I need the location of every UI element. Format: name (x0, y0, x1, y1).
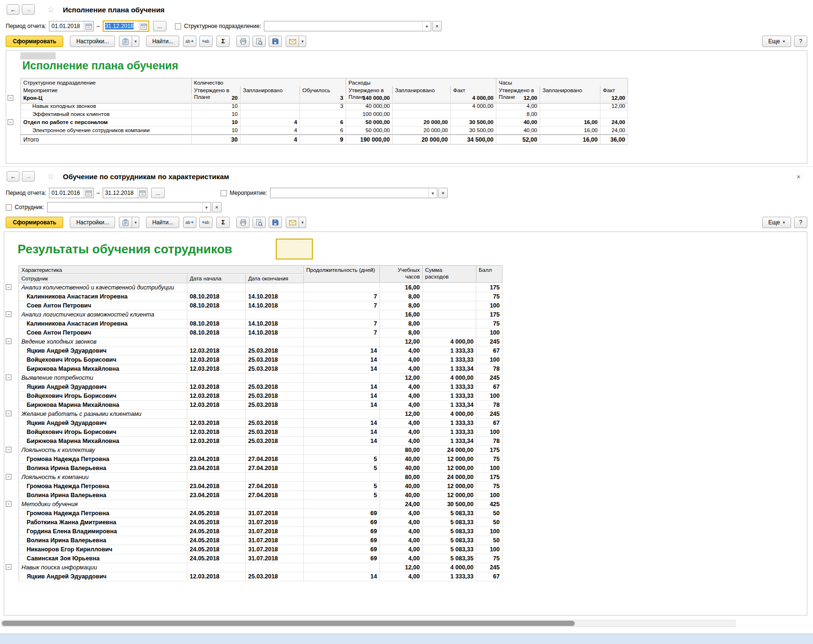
copy-dropdown-icon[interactable]: ▾ (132, 217, 139, 228)
results-table-row[interactable]: Никаноров Егор Кириллович24.05.201831.07… (4, 545, 807, 554)
event-combobox-value[interactable] (271, 188, 428, 198)
send-email-button[interactable] (286, 217, 299, 228)
date-to-value[interactable]: 31.12.2018 (105, 23, 134, 29)
results-table-row[interactable]: Бирюкова Марина Михайловна12.03.201825.0… (4, 437, 807, 446)
collapse-toggle-icon[interactable]: − (6, 501, 11, 507)
results-table-row[interactable]: Войцехович Игорь Борисович12.03.201825.0… (4, 356, 807, 365)
results-table-row[interactable]: −Желание работать с разными клиентами12,… (4, 410, 807, 419)
back-button[interactable]: ← (7, 171, 19, 182)
employee-combobox-value[interactable] (48, 202, 202, 212)
collapse-toggle-icon[interactable]: − (6, 411, 11, 416)
date-to-field[interactable] (103, 188, 147, 198)
collapse-toggle-icon[interactable]: − (6, 564, 11, 570)
print-preview-button[interactable] (252, 36, 266, 47)
results-table-row[interactable]: Работкина Жанна Дмитриевна24.05.201831.0… (4, 518, 807, 527)
copy-result-button[interactable] (119, 217, 132, 228)
results-table-row[interactable]: Бирюкова Марина Михайловна12.03.201825.0… (4, 365, 807, 374)
selected-cell[interactable] (276, 239, 313, 260)
find-previous-button[interactable]: ab (199, 36, 213, 47)
chevron-down-icon[interactable]: ▾ (428, 188, 437, 198)
department-clear-button[interactable]: × (432, 21, 442, 31)
event-checkbox[interactable] (221, 190, 227, 196)
collapse-toggle-icon[interactable]: − (6, 338, 11, 344)
results-table-row[interactable]: Гордина Елена Владимировна24.05.201831.0… (4, 527, 807, 536)
employee-checkbox[interactable] (6, 204, 12, 211)
results-table-row[interactable]: Волина Ирина Валерьевна23.04.201827.04.2… (4, 464, 807, 473)
results-table-row[interactable]: −Лояльность к коллективу80,0024 000,0017… (4, 446, 807, 455)
department-checkbox[interactable] (175, 23, 181, 29)
favorite-star-icon[interactable]: ☆ (47, 172, 54, 182)
copy-dropdown-icon[interactable]: ▾ (132, 36, 139, 47)
results-table-row[interactable]: Войцехович Игорь Борисович12.03.201825.0… (4, 428, 807, 437)
results-table-row[interactable]: Соев Антон Петрович08.10.201814.10.20187… (4, 301, 807, 310)
results-table-row[interactable]: Савинская Зоя Юрьевна24.05.201831.07.201… (4, 554, 807, 563)
results-table-row[interactable]: Войцехович Игорь Борисович12.03.201825.0… (4, 392, 807, 401)
date-to-field[interactable]: 31.12.2018 (103, 20, 149, 32)
collapse-toggle-icon[interactable]: − (8, 119, 13, 125)
scrollbar-thumb[interactable] (2, 621, 575, 626)
results-table-row[interactable]: −Навык поиска информации12,004 000,00245 (4, 563, 807, 572)
results-table-row[interactable]: Яцкив Андрей Эдуардович12.03.201825.03.2… (4, 572, 807, 581)
save-button[interactable] (269, 36, 282, 47)
results-table-row[interactable]: Волина Ирина Валерьевна24.05.201831.07.2… (4, 536, 807, 545)
event-combobox[interactable]: ▾ (270, 188, 437, 198)
date-to-input[interactable] (103, 190, 137, 196)
plan-table-row[interactable]: −Крон-Ц203140 000,004 000,0012,0012,00 (6, 94, 807, 102)
collapse-toggle-icon[interactable]: − (6, 311, 11, 317)
collapse-toggle-icon[interactable]: − (6, 375, 11, 380)
favorite-star-icon[interactable]: ☆ (47, 5, 54, 15)
employee-checkbox-label[interactable]: Сотрудник: (15, 204, 44, 211)
calendar-icon[interactable] (84, 188, 93, 198)
date-from-input[interactable] (49, 190, 84, 196)
calendar-icon[interactable] (139, 21, 148, 31)
date-from-input[interactable] (49, 23, 84, 29)
print-button[interactable] (236, 36, 250, 47)
find-next-button[interactable]: ab (183, 217, 196, 228)
results-table-row[interactable]: Громова Надежда Петровна23.04.201827.04.… (4, 482, 807, 491)
event-checkbox-label[interactable]: Мероприятие: (230, 190, 267, 196)
save-button[interactable] (269, 217, 282, 228)
collapse-toggle-icon[interactable]: − (8, 95, 13, 101)
chevron-down-icon[interactable]: ▾ (202, 202, 211, 212)
generate-button[interactable]: Сформировать (6, 217, 63, 228)
generate-button[interactable]: Сформировать (6, 36, 63, 47)
email-dropdown-icon[interactable]: ▾ (299, 217, 306, 228)
plan-table-row[interactable]: Навык холодных звонков10340 000,004 000,… (6, 102, 807, 110)
employee-clear-button[interactable]: × (212, 202, 222, 212)
date-from-field[interactable] (49, 21, 94, 31)
results-table-row[interactable]: −Выявление потребности12,004 000,00245 (4, 374, 807, 383)
results-table-row[interactable]: Калинникова Анастасия Игоревна08.10.2018… (4, 319, 807, 328)
collapse-toggle-icon[interactable]: − (6, 284, 11, 290)
calendar-icon[interactable] (84, 21, 93, 31)
back-button[interactable]: ← (7, 4, 19, 15)
results-table-row[interactable]: Бирюкова Марина Михайловна12.03.201825.0… (4, 401, 807, 410)
results-table-row[interactable]: −Анализ количественной и качественной ди… (4, 283, 807, 292)
email-dropdown-icon[interactable]: ▾ (299, 36, 306, 47)
print-button[interactable] (236, 217, 250, 228)
find-button[interactable]: Найти... (146, 36, 179, 47)
calendar-icon[interactable] (137, 188, 147, 198)
forward-button[interactable]: → (22, 4, 35, 15)
settings-button[interactable]: Настройки... (70, 217, 115, 228)
collapse-toggle-icon[interactable]: − (6, 474, 11, 480)
find-button[interactable]: Найти... (146, 217, 179, 228)
event-clear-button[interactable]: × (438, 188, 448, 198)
more-button[interactable]: Еще▾ (762, 36, 791, 47)
results-table-row[interactable]: Яцкив Андрей Эдуардович12.03.201825.03.2… (4, 419, 807, 428)
period-options-button[interactable]: ... (151, 188, 165, 198)
forward-button[interactable]: → (22, 171, 35, 182)
print-preview-button[interactable] (252, 217, 266, 228)
results-table-row[interactable]: −Лояльность к компании80,0024 000,00175 (4, 473, 807, 482)
plan-table-row[interactable]: −Отдел по работе с персоналом104650 000,… (6, 118, 807, 126)
results-table-row[interactable]: Яцкив Андрей Эдуардович12.03.201825.03.2… (4, 383, 807, 392)
close-panel-icon[interactable]: × (796, 173, 801, 181)
help-button[interactable]: ? (794, 217, 807, 228)
results-table-row[interactable]: −Методики обучения24,0030 500,00425 (4, 500, 807, 509)
results-table-row[interactable]: Калинникова Анастасия Игоревна08.10.2018… (4, 292, 807, 301)
sum-button[interactable]: Σ (216, 217, 230, 228)
sum-button[interactable]: Σ (216, 36, 230, 47)
employee-combobox[interactable]: ▾ (47, 202, 211, 212)
copy-result-button[interactable] (119, 36, 132, 47)
more-button[interactable]: Еще▾ (762, 217, 791, 228)
plan-table-row[interactable]: Эффективный поиск клиентов10100 000,008,… (6, 110, 807, 118)
